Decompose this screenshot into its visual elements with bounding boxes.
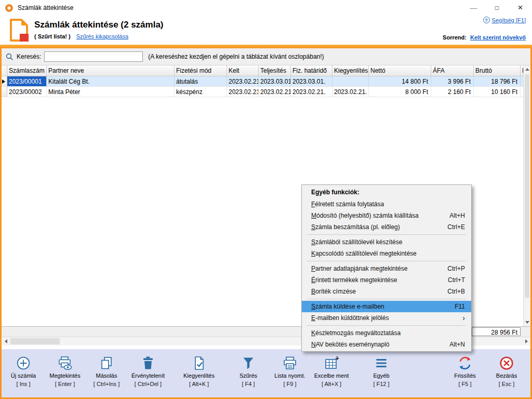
minimize-icon[interactable]: — xyxy=(462,0,485,16)
scroll-down-icon[interactable] xyxy=(524,318,530,326)
menu-item-nav-esemenynaplo[interactable]: NAV bekötés eseménynapló Alt+N xyxy=(302,339,471,350)
document-check-icon xyxy=(191,354,207,372)
menu-item-felretett-folytatas[interactable]: Félretett számla folytatása xyxy=(302,198,471,210)
search-hint: (A kereséshez kezdjen el gépelni a táblá… xyxy=(148,53,324,60)
menu-item-szallitolevel-keszites[interactable]: Számlából szállítólevél készítése xyxy=(302,236,471,248)
cell-fiz-hatarido: 2023.03.01. xyxy=(291,76,332,86)
menu-item-szamla-email[interactable]: Számla küldése e-mailben F11 xyxy=(302,301,471,312)
cell-teljesites: 2023.03.01. xyxy=(259,76,291,86)
help-link[interactable]: Segítség [F1] xyxy=(492,17,526,23)
menu-item-boritek-cimzes[interactable]: Boríték címzése Ctrl+B xyxy=(302,286,471,297)
toolbar-button-bezaras[interactable]: Bezárás [ Esc ] xyxy=(486,354,527,387)
menu-item-szamla-beszamitas[interactable]: Számla beszámítása (pl. előleg) Ctrl+E xyxy=(302,221,471,233)
toolbar-button-ervenytelenit[interactable]: Érvénytelenít [ Ctrl+Del ] xyxy=(127,354,169,387)
search-label: Keresés: xyxy=(17,53,41,60)
toolbar-button-megtekintes[interactable]: Megtekintés [ Enter ] xyxy=(44,354,86,387)
cell-fizetesi-mod: átutalás xyxy=(175,76,227,86)
column-header-fizetesi-mod[interactable]: Fizetési mód xyxy=(175,65,227,76)
close-circle-icon xyxy=(499,354,514,372)
cell-partner: Kitalált Cég Bt. xyxy=(47,76,175,86)
invoice-document-icon xyxy=(8,18,30,46)
menu-separator xyxy=(307,297,466,299)
hamburger-icon xyxy=(374,354,389,372)
search-icon xyxy=(6,53,14,61)
column-header-kelt[interactable]: Kelt xyxy=(227,65,259,76)
cell-kiegyenlites xyxy=(332,76,369,86)
scroll-up-icon[interactable] xyxy=(524,65,530,73)
toolbar-button-lista-nyomtatas[interactable]: Lista nyomt. [ F9 ] xyxy=(269,354,311,387)
window-edge-left xyxy=(0,48,2,399)
help-line: Segítség [F1] xyxy=(483,17,526,23)
column-header-afa[interactable]: ÁFA xyxy=(431,65,474,76)
filter-status-line: ( Szűrt lista! ) Szűrés kikapcsolása xyxy=(34,33,128,39)
scroll-right-icon[interactable] xyxy=(522,337,530,345)
menu-item-partner-adatlap[interactable]: Partner adatlapjának megtekintése Ctrl+P xyxy=(302,263,471,274)
toolbar-button-uj-szamla[interactable]: Új számla [ Ins ] xyxy=(3,354,44,387)
row-arrow-icon xyxy=(2,79,5,84)
cell-netto: 14 800 Ft xyxy=(369,76,431,86)
app-icon xyxy=(5,4,14,12)
table-header-row: Számlaszám Partner neve Fizetési mód Kel… xyxy=(0,65,532,76)
help-icon xyxy=(483,17,490,23)
cell-afa: 3 996 Ft xyxy=(431,76,474,86)
excel-export-icon xyxy=(324,354,339,372)
column-header-brutto[interactable]: Bruttó xyxy=(474,65,521,76)
toolbar-button-masolas[interactable]: Másolás [ Ctrl+Ins ] xyxy=(86,354,127,387)
toolbar-button-excelbe-ment[interactable]: Excelbe ment [ Alt+X ] xyxy=(311,354,352,387)
menu-separator xyxy=(307,233,466,235)
sort-line: Sorrend: Kelt szerint növekvő xyxy=(443,34,526,41)
cell-brutto: 10 160 Ft xyxy=(474,87,521,97)
search-bar: Keresés: (A kereséshez kezdjen el gépeln… xyxy=(2,48,530,65)
table-row[interactable]: 2023/00001 Kitalált Cég Bt. átutalás 202… xyxy=(0,76,532,87)
menu-separator xyxy=(307,259,466,261)
filter-off-link[interactable]: Szűrés kikapcsolása xyxy=(76,33,128,39)
page-title: Számlák áttekintése (2 számla) xyxy=(34,20,164,30)
sort-order-link[interactable]: Kelt szerint növekvő xyxy=(470,34,526,41)
toolbar-button-szures[interactable]: Szűrés [ F4 ] xyxy=(228,354,269,387)
maximize-icon[interactable]: □ xyxy=(485,0,509,16)
vertical-scrollbar-thumb[interactable] xyxy=(525,74,529,298)
search-input[interactable] xyxy=(44,51,143,62)
column-header-szamlaszam[interactable]: Számlaszám xyxy=(7,65,47,76)
horizontal-scrollbar-thumb[interactable] xyxy=(10,338,60,344)
menu-item-modosito-szamla[interactable]: Módosító (helyesbítő) számla kiállítása … xyxy=(302,210,471,221)
cell-teljesites: 2023.02.21. xyxy=(259,87,291,97)
menu-item-keszletmozgas[interactable]: Készletmozgás megváltoztatása xyxy=(302,327,471,339)
table-row[interactable]: 2023/00002 Minta Péter készpénz 2023.02.… xyxy=(0,87,532,97)
column-header-partner[interactable]: Partner neve xyxy=(47,65,175,76)
toolbar-button-frissites[interactable]: Frissítés [ F5 ] xyxy=(444,354,486,387)
column-header-fiz-hatarido[interactable]: Fiz. határidő xyxy=(291,65,332,76)
page-header: Számlák áttekintése (2 számla) ( Szűrt l… xyxy=(0,16,532,45)
toolbar-button-egyeb[interactable]: Egyéb [ F12 ] xyxy=(361,354,402,387)
total-brutto-value: 28 956 Ft xyxy=(472,327,521,336)
app-window: Számlák áttekintése — □ × Számlák átteki… xyxy=(0,0,532,399)
copy-icon xyxy=(99,354,114,372)
vertical-scrollbar[interactable] xyxy=(523,65,530,326)
filtered-list-label: ( Szűrt lista! ) xyxy=(34,33,71,39)
column-header-netto[interactable]: Nettó xyxy=(369,65,431,76)
column-header-teljesites[interactable]: Teljesítés xyxy=(259,65,291,76)
refresh-icon xyxy=(457,354,473,372)
context-menu-header: Egyéb funkciók: xyxy=(302,186,471,198)
window-title: Számlák áttekintése xyxy=(18,4,73,11)
close-icon[interactable]: × xyxy=(509,0,532,16)
cell-brutto: 18 796 Ft xyxy=(474,76,521,86)
menu-separator xyxy=(307,324,466,326)
cell-szamlaszam: 2023/00002 xyxy=(7,87,47,97)
cell-kiegyenlites: 2023.02.21. xyxy=(332,87,369,97)
submenu-arrow-icon: › xyxy=(462,314,465,322)
cell-kelt: 2023.02.21. xyxy=(227,87,259,97)
printer-eye-icon xyxy=(57,354,73,372)
column-header-kiegyenlites[interactable]: Kiegyenlítés xyxy=(332,65,369,76)
scroll-left-icon[interactable] xyxy=(2,337,10,345)
menu-item-erintett-termekek[interactable]: Érintett termékek megtekintése Ctrl+T xyxy=(302,274,471,286)
toolbar-button-kiegyenlites[interactable]: Kiegyenlítés [ Alt+K ] xyxy=(178,354,220,387)
cell-fiz-hatarido: 2023.02.21. xyxy=(291,87,332,97)
menu-item-email-kuldott-jeloles[interactable]: E-mailben küldöttnek jelölés › xyxy=(302,312,471,324)
menu-item-kapcsolodo-szallitolevel[interactable]: Kapcsolódó szállítólevél megtekintése xyxy=(302,248,471,259)
cell-netto: 8 000 Ft xyxy=(369,87,431,97)
trash-icon xyxy=(140,354,156,372)
sort-label: Sorrend: xyxy=(443,34,467,41)
cell-partner: Minta Péter xyxy=(47,87,175,97)
context-menu: Egyéb funkciók: Félretett számla folytat… xyxy=(301,184,472,352)
